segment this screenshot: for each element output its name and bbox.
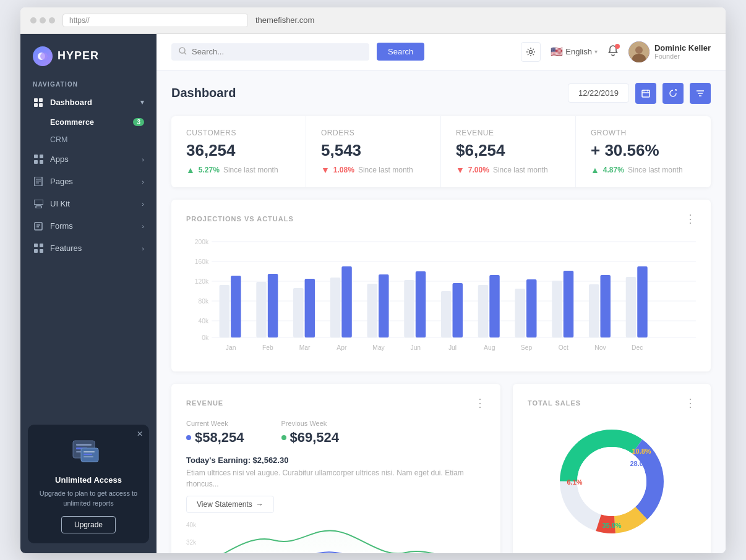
main-content: Search 🇺🇸 English ▾ [156, 34, 726, 553]
view-statements-button[interactable]: View Statements → [186, 496, 274, 513]
svg-rect-62 [293, 288, 303, 337]
svg-rect-71 [404, 280, 414, 337]
search-icon [179, 47, 187, 57]
date-display: 12/22/2019 [568, 83, 629, 103]
stat-revenue: Revenue $6,254 ▼ 7.00% Since last month [441, 116, 576, 187]
pages-chevron-icon: › [142, 178, 144, 185]
stat-orders-change: ▼ 1.08% Since last month [321, 165, 426, 175]
sidebar-item-forms[interactable]: Forms › [20, 215, 156, 237]
sidebar-item-forms-label: Forms [50, 221, 73, 231]
total-sales-header: TOTAL SALES ⋮ [528, 396, 696, 410]
svg-rect-80 [515, 289, 525, 337]
language-selector[interactable]: 🇺🇸 English ▾ [551, 46, 598, 57]
revenue-card: REVENUE ⋮ Current Week $58,254 [171, 384, 500, 553]
logo-text: HYPER [58, 49, 99, 62]
browser-domain: themefisher.com [255, 15, 314, 25]
calendar-button[interactable] [635, 83, 656, 104]
sidebar-item-dashboard[interactable]: Dashboard ▾ [20, 91, 156, 114]
svg-rect-77 [478, 285, 488, 337]
sidebar-item-crm-label: CRM [50, 135, 67, 144]
search-input[interactable] [192, 47, 315, 56]
browser-dot-3 [49, 17, 55, 23]
upgrade-button[interactable]: Upgrade [61, 516, 116, 533]
revenue-more-button[interactable]: ⋮ [474, 396, 486, 410]
svg-rect-78 [489, 275, 499, 337]
stat-customers-value: 36,254 [186, 141, 291, 160]
sidebar-item-ecommerce[interactable]: Ecommerce 3 [20, 114, 156, 131]
dashboard-icon [33, 97, 44, 108]
stat-growth-pct: 4.87% [603, 166, 624, 174]
sidebar-item-ecommerce-label: Ecommerce [50, 118, 94, 127]
stat-orders: Orders 5,543 ▼ 1.08% Since last month [306, 116, 441, 187]
svg-text:Dec: Dec [632, 344, 643, 351]
browser-dots [30, 17, 55, 23]
revenue-stats: Current Week $58,254 Previous Week [186, 420, 486, 446]
svg-text:80k: 80k [198, 298, 209, 305]
stat-growth-since: Since last month [628, 166, 683, 174]
forms-icon [33, 221, 44, 232]
svg-rect-63 [305, 279, 315, 337]
svg-rect-57 [231, 276, 241, 337]
chevron-down-icon: ▾ [140, 98, 144, 106]
svg-text:Apr: Apr [337, 344, 347, 351]
svg-text:Feb: Feb [262, 344, 273, 351]
browser-dot-2 [40, 17, 46, 23]
svg-rect-7 [40, 155, 43, 158]
svg-rect-87 [601, 275, 611, 337]
down-arrow-icon-2: ▼ [456, 165, 465, 175]
revenue-highlight-desc: Etiam ultrices nisi vel augue. Curabitur… [186, 467, 486, 490]
stats-row: Customers 36,254 ▲ 5.27% Since last mont… [171, 116, 711, 187]
page-header: Dashboard 12/22/2019 [171, 83, 711, 104]
svg-text:Oct: Oct [559, 344, 568, 351]
svg-rect-68 [367, 284, 377, 337]
sidebar-item-features-label: Features [50, 244, 82, 253]
svg-rect-30 [84, 456, 93, 457]
projections-title: PROJECTIONS VS ACTUALS [186, 215, 294, 223]
sidebar-item-features[interactable]: Features › [20, 237, 156, 260]
sidebar-item-apps-label: Apps [50, 155, 69, 164]
uikit-icon [33, 198, 44, 210]
svg-rect-86 [589, 284, 599, 337]
stat-revenue-change: ▼ 7.00% Since last month [456, 165, 560, 175]
stat-customers-change: ▲ 5.27% Since last month [186, 165, 291, 175]
stat-revenue-since: Since last month [493, 166, 548, 174]
sidebar-item-pages-label: Pages [50, 177, 73, 186]
filter-button[interactable] [690, 83, 711, 104]
topbar-right: 🇺🇸 English ▾ [521, 41, 711, 62]
stat-customers: Customers 36,254 ▲ 5.27% Since last mont… [171, 116, 306, 187]
total-sales-more-button[interactable]: ⋮ [685, 396, 696, 410]
donut-legend: Direct $300.56 Affilia... $135.18 [528, 549, 696, 553]
settings-icon[interactable] [521, 42, 541, 62]
svg-text:160k: 160k [195, 258, 209, 265]
legend-direct-label: Direct [528, 552, 558, 553]
projections-chart: 200k 160k 120k 80k 40k 0k Jan [186, 235, 696, 359]
sidebar-item-uikit[interactable]: UI Kit › [20, 193, 156, 215]
sidebar-item-uikit-label: UI Kit [50, 199, 70, 208]
svg-point-35 [635, 46, 643, 54]
sidebar-item-pages[interactable]: Pages › [20, 171, 156, 193]
refresh-button[interactable] [662, 83, 684, 104]
svg-line-32 [184, 53, 186, 54]
svg-rect-4 [34, 103, 38, 107]
sidebar-item-crm[interactable]: CRM [20, 131, 156, 148]
total-sales-title: TOTAL SALES [528, 399, 581, 407]
projections-more-button[interactable]: ⋮ [685, 212, 696, 226]
stat-customers-since: Since last month [223, 166, 278, 174]
apps-chevron-icon: › [142, 156, 144, 163]
svg-rect-6 [34, 155, 38, 158]
svg-text:Sep: Sep [521, 344, 533, 351]
sidebar-item-apps[interactable]: Apps › [20, 148, 156, 171]
notifications-button[interactable] [607, 45, 619, 59]
topbar: Search 🇺🇸 English ▾ [156, 34, 726, 70]
search-button[interactable]: Search [377, 43, 424, 61]
svg-text:120k: 120k [195, 278, 209, 285]
stat-orders-value: 5,543 [321, 141, 426, 160]
upgrade-close-button[interactable]: ✕ [137, 430, 143, 438]
uikit-chevron-icon: › [142, 200, 144, 208]
svg-rect-21 [34, 249, 38, 253]
user-profile[interactable]: Dominic Keller Founder [628, 41, 711, 62]
avatar [628, 41, 650, 62]
lang-chevron-icon: ▾ [594, 48, 598, 55]
svg-rect-75 [453, 283, 463, 337]
stat-orders-since: Since last month [358, 166, 413, 174]
